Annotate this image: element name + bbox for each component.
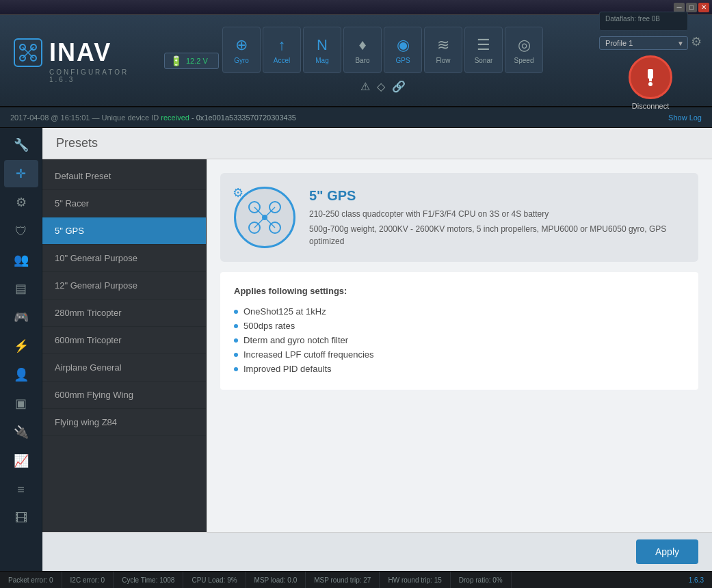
preset-name: 5" GPS [309,188,685,204]
small-icon-row: ⚠ ◇ 🔗 [360,79,406,94]
svg-rect-7 [649,76,652,81]
bullet-icon [234,324,238,328]
sidebar: 🔧✛⚙🛡👥▤🎮⚡👤▣🔌📈≡🎞 [0,128,42,571]
disconnect-button[interactable]: Disconnect [629,55,672,110]
dataflash-label: Dataflash: free 0B [605,15,660,23]
sidebar-item-settings[interactable]: ⚙ [4,189,38,216]
received-text: received [161,113,189,122]
preset-item-default[interactable]: Default Preset [42,163,206,190]
logo-icon [14,38,42,67]
preset-item-12general[interactable]: 12" General Purpose [42,272,206,299]
gear-small-icon: ⚙ [233,185,243,200]
gps-icon: ◉ [397,36,410,54]
svg-point-17 [262,215,267,220]
preset-item-600wing[interactable]: 600mm Flying Wing [42,382,206,409]
disconnect-label: Disconnect [632,102,669,110]
sensor-group: ⊕ Gyro↑ AccelN Mag♦ Baro◉ GPS≋ Flow☰ Son… [222,27,543,94]
preset-item-280tri[interactable]: 280mm Tricopter [42,299,206,327]
bullet-icon [234,353,238,357]
sonar-label: Sonar [475,57,493,64]
preset-item-600tri[interactable]: 600mm Tricopter [42,327,206,354]
sensor-accel-button[interactable]: ↑ Accel [263,27,301,73]
sensor-gps-button[interactable]: ◉ GPS [384,27,422,73]
sensor-flow-button[interactable]: ≋ Flow [424,27,462,73]
minimize-button[interactable]: ─ [674,3,685,12]
logo-text: INAV [49,38,111,67]
sensor-gyro-button[interactable]: ⊕ Gyro [222,27,261,73]
sidebar-item-flash[interactable]: ⚡ [4,332,38,360]
sidebar-item-film[interactable]: 🎞 [4,505,38,532]
bottom-bar: Apply [42,532,712,571]
settings-list-item: Increased LPF cutoff frequencies [234,347,685,362]
sensor-area: 🔋 12.2 V ⊕ Gyro↑ AccelN Mag♦ Baro◉ GPS≋ [157,15,575,106]
status-bar: 2017-04-08 @ 16:15:01 — Unique device ID… [0,107,712,128]
apply-button[interactable]: Apply [636,539,698,564]
sidebar-item-crosshair[interactable]: ✛ [4,160,38,187]
mag-label: Mag [315,57,328,64]
preset-item-airplane[interactable]: Airplane General [42,354,206,382]
footer-i2c-error: I2C error: 0 [62,572,114,588]
sidebar-item-shield[interactable]: 🛡 [4,217,38,245]
footer-packet-error: Packet error: 0 [0,572,62,588]
baro-label: Baro [355,57,369,64]
sidebar-item-person[interactable]: 👤 [4,361,38,388]
applies-label: Applies following settings: [234,286,685,296]
diamond-icon[interactable]: ◇ [377,80,385,93]
bullet-icon [234,338,238,343]
sonar-icon: ☰ [477,36,490,54]
preset-item-10general[interactable]: 10" General Purpose [42,245,206,272]
sidebar-item-plug[interactable]: 🔌 [4,418,38,446]
separator: — Unique device ID [92,113,161,122]
sidebar-item-chip[interactable]: ▣ [4,390,38,417]
footer-msp-round-trip: MSP round trip: 27 [306,572,380,588]
speed-label: Speed [514,57,534,64]
preset-details: 500g-700g weight, 2000KV - 2600KV motors… [309,223,685,248]
footer-hw-round-trip: HW round trip: 15 [380,572,450,588]
speed-icon: ◎ [518,36,531,54]
sidebar-item-layers[interactable]: ≡ [4,476,38,503]
sidebar-item-sliders[interactable]: ▤ [4,275,38,302]
link-icon[interactable]: 🔗 [392,80,406,93]
preset-detail: ⚙ [207,159,712,532]
preset-item-z84[interactable]: Flying wing Z84 [42,409,206,436]
preset-list: Default Preset5" Racer5" GPS10" General … [42,159,207,532]
content-area: Presets Default Preset5" Racer5" GPS10" … [42,128,712,571]
bullet-icon [234,367,238,371]
accel-label: Accel [274,57,290,64]
sensor-baro-button[interactable]: ♦ Baro [343,27,382,73]
status-info: 2017-04-08 @ 16:15:01 — Unique device ID… [10,113,296,122]
settings-list-item: Improved PID defaults [234,362,685,376]
accel-icon: ↑ [278,36,286,54]
close-button[interactable]: ✕ [698,3,709,12]
sensor-sonar-button[interactable]: ☰ Sonar [464,27,503,73]
gyro-label: Gyro [234,57,249,64]
main-content: 🔧✛⚙🛡👥▤🎮⚡👤▣🔌📈≡🎞 Presets Default Preset5" … [0,128,712,571]
sensor-speed-button[interactable]: ◎ Speed [505,27,543,73]
header: ⚙ INAV CONFIGURATOR 1.6.3 🔋 12.2 V [0,15,712,107]
bullet-icon [234,310,238,314]
show-log-button[interactable]: Show Log [668,113,702,122]
logo-subtitle: CONFIGURATOR 1.6.3 [14,68,144,83]
profile-disconnect-area: Dataflash: free 0B Profile 1 Profile 2 P… [575,15,712,106]
sensor-mag-button[interactable]: N Mag [303,27,341,73]
baro-icon: ♦ [358,36,366,54]
logo-area: INAV CONFIGURATOR 1.6.3 [0,15,157,106]
maximize-button[interactable]: □ [686,3,697,12]
dataflash-display: Dataflash: free 0B [599,12,688,31]
footer-cpu-load: CPU Load: 9% [183,572,246,588]
gear-icon[interactable]: ⚙ [691,34,702,49]
sidebar-item-gamepad[interactable]: 🎮 [4,304,38,331]
battery-voltage: 12.2 V [186,57,208,65]
presets-body: Default Preset5" Racer5" GPS10" General … [42,159,712,532]
sidebar-item-wrench[interactable]: 🔧 [4,131,38,159]
preset-item-5gps[interactable]: 5" GPS [42,217,206,245]
preset-item-5racer[interactable]: 5" Racer [42,190,206,217]
preset-title-card: ⚙ [220,173,698,262]
flow-icon: ≋ [437,36,449,54]
sidebar-item-chart[interactable]: 📈 [4,447,38,475]
profile-select[interactable]: Profile 1 Profile 2 Profile 3 [599,36,688,50]
sidebar-item-people[interactable]: 👥 [4,246,38,273]
warning-icon[interactable]: ⚠ [360,80,370,93]
presets-header: Presets [42,128,712,159]
profile-wrapper: Profile 1 Profile 2 Profile 3 ▼ [599,36,688,50]
